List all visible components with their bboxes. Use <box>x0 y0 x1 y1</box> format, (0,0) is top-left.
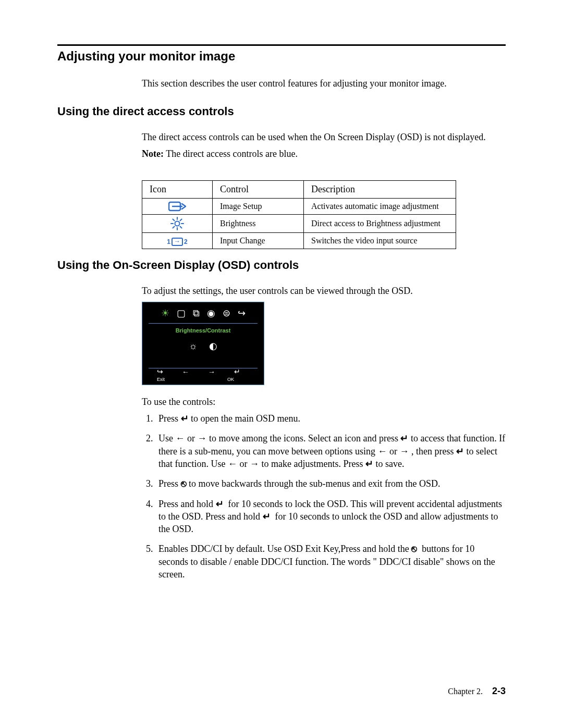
enter-icon: ↵ <box>181 413 189 424</box>
step-text: Use <box>158 433 176 443</box>
osd-screenshot: ☀ ▢ ⧉ ◉ ⊜ ↪ Brightness/Contrast ☼ ◐ ↪ ← … <box>142 302 264 385</box>
table-row: Brightness Direct access to Brightness a… <box>142 215 456 233</box>
icon-cell-input-change: 1 2 <box>142 233 213 249</box>
osd-image-setup-icon: ⧉ <box>193 309 200 318</box>
direct-access-controls-table: Icon Control Description Image Setup Act… <box>142 180 456 250</box>
brightness-icon <box>170 217 184 230</box>
list-item: Use ← or → to move among the icons. Sele… <box>155 432 506 470</box>
footer-chapter: Chapter 2. <box>448 687 483 696</box>
description-cell: Switches the video input source <box>304 233 456 249</box>
subheading-osd: Using the On-Screen Display (OSD) contro… <box>57 258 506 272</box>
document-page: Adjusting your monitor image This sectio… <box>0 0 563 728</box>
osd-mid-brightness-icon: ☼ <box>189 340 198 352</box>
enter-icon: ↵ <box>365 459 373 469</box>
input-change-icon: 1 2 <box>167 238 187 246</box>
osd-exit-top-icon: ↪ <box>238 309 246 318</box>
step-text: or <box>237 459 250 469</box>
list-item: Press ⎋ to move backwards through the su… <box>155 477 506 490</box>
left-arrow-icon: ← <box>228 459 237 469</box>
step-text: or <box>387 446 399 456</box>
direct-access-note: Note: The direct access controls are blu… <box>142 147 506 160</box>
table-header-description: Description <box>304 180 456 198</box>
list-item: Press ↵ to open the main OSD menu. <box>155 412 506 425</box>
table-header-row: Icon Control Description <box>142 180 456 198</box>
input-change-box-icon <box>172 238 183 246</box>
top-horizontal-rule <box>57 44 506 46</box>
icon-cell-brightness <box>142 215 213 233</box>
step-text: to save. <box>373 459 404 469</box>
osd-left-icon: ← <box>182 368 189 376</box>
osd-top-icon-row: ☀ ▢ ⧉ ◉ ⊜ ↪ <box>142 306 264 321</box>
osd-divider-1 <box>149 323 258 324</box>
enter-icon: ↵ <box>263 511 271 522</box>
right-arrow-icon: → <box>399 446 409 456</box>
intro-paragraph: This section describes the user control … <box>142 78 506 89</box>
table-header-icon: Icon <box>142 180 213 198</box>
control-cell: Brightness <box>213 215 304 233</box>
svg-line-8 <box>180 227 182 228</box>
svg-point-2 <box>175 221 180 226</box>
table-row: 1 2 Input Change Switches the video inpu… <box>142 233 456 249</box>
list-item: Enables DDC/CI by default. Use OSD Exit … <box>155 542 506 581</box>
osd-steps-list: Press ↵ to open the main OSD menu. Use ←… <box>142 412 506 581</box>
list-item: Press and hold ↵ for 10 seconds to lock … <box>155 498 506 536</box>
osd-brightness-icon: ☀ <box>161 309 169 318</box>
step-text: Press and hold <box>158 499 216 509</box>
step-text: or <box>185 433 198 443</box>
section-heading-adjusting: Adjusting your monitor image <box>57 49 506 64</box>
osd-options-icon: ⊜ <box>223 309 230 318</box>
input-change-left-num: 1 <box>167 238 170 245</box>
osd-bottom-labels: Exit OK <box>142 376 264 382</box>
svg-line-10 <box>180 219 182 221</box>
left-arrow-icon: ← <box>377 446 387 456</box>
osd-image-props-icon: ◉ <box>207 309 215 318</box>
description-cell: Activates automatic image adjustment <box>304 198 456 215</box>
osd-bottom-icons: ↪ ← → ↵ <box>142 368 264 376</box>
page-footer: Chapter 2. 2-3 <box>448 686 506 697</box>
osd-intro: To adjust the settings, the user control… <box>142 285 506 297</box>
osd-menu-title: Brightness/Contrast <box>142 327 264 335</box>
osd-exit-label: Exit <box>157 376 165 382</box>
footer-page-number: 2-3 <box>492 686 506 696</box>
osd-right-icon: → <box>208 368 215 376</box>
svg-line-7 <box>173 219 175 221</box>
control-cell: Input Change <box>213 233 304 249</box>
table-header-control: Control <box>213 180 304 198</box>
exit-icon: ⎋ <box>411 544 417 554</box>
osd-exit-icon: ↪ <box>157 368 163 376</box>
step-text: to make adjustments. Press <box>259 459 365 469</box>
image-setup-icon <box>168 201 186 212</box>
step-text: to move backwards through the sub-menus … <box>187 478 440 489</box>
enter-icon: ↵ <box>456 446 464 456</box>
table-row: Image Setup Activates automatic image ad… <box>142 198 456 215</box>
osd-mid-contrast-icon: ◐ <box>209 340 217 352</box>
step-text: to move among the icons. Select an icon … <box>207 433 401 443</box>
svg-line-9 <box>173 227 175 228</box>
osd-bottom-bar: ↪ ← → ↵ Exit OK <box>142 366 264 382</box>
note-label: Note: <box>142 149 164 159</box>
right-arrow-icon: → <box>250 459 259 469</box>
right-arrow-icon: → <box>198 433 207 443</box>
exit-icon: ⎋ <box>181 478 187 489</box>
osd-to-use: To use the controls: <box>142 396 506 408</box>
description-cell: Direct access to Brightness adjustment <box>304 215 456 233</box>
osd-mid-icons: ☼ ◐ <box>142 340 264 352</box>
icon-cell-image-setup <box>142 198 213 215</box>
note-text: The direct access controls are blue. <box>164 149 298 159</box>
left-arrow-icon: ← <box>176 433 185 443</box>
step-text: Press <box>158 478 181 489</box>
direct-access-p1: The direct access controls can be used w… <box>142 131 506 143</box>
osd-position-icon: ▢ <box>177 309 186 318</box>
step-text: Press <box>158 413 181 424</box>
direct-access-block: The direct access controls can be used w… <box>142 131 506 161</box>
osd-ok-icon: ↵ <box>234 368 240 376</box>
control-cell: Image Setup <box>213 198 304 215</box>
osd-ok-label: OK <box>227 376 234 382</box>
subheading-direct-access: Using the direct access controls <box>57 105 506 118</box>
enter-icon: ↵ <box>216 499 224 509</box>
step-text: to open the main OSD menu. <box>189 413 300 424</box>
enter-icon: ↵ <box>400 433 408 443</box>
step-text: Enables DDC/CI by default. Use OSD Exit … <box>158 544 411 554</box>
step-text: , then press <box>409 446 456 456</box>
osd-block: To adjust the settings, the user control… <box>142 285 506 581</box>
